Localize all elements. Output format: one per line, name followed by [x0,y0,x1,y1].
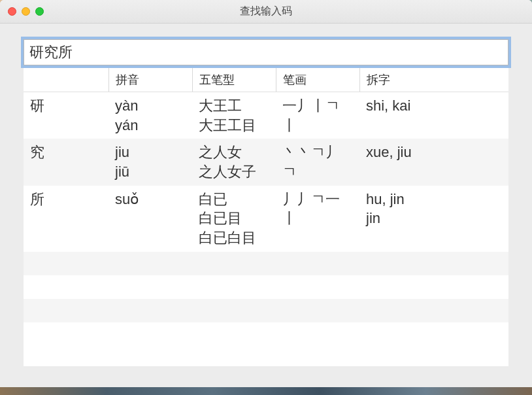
table-row[interactable]: 所 suǒ 白已 白已目 白已白目 丿丿ㄱ一 丨 hu, jin jin [24,186,508,252]
cell-pinyin: suǒ [108,186,192,252]
results-table-wrapper: 拼音 五笔型 笔画 拆字 研 yàn yán 大王工 大王工目 一丿丨ㄱ 丨 s… [24,68,508,366]
header-character[interactable] [24,68,108,92]
search-input[interactable] [24,39,508,65]
cell-wubi: 之人女 之人女子 [192,139,276,185]
cell-chaizi: shi, kai [359,92,508,139]
cell-character: 究 [24,139,108,185]
maximize-icon[interactable] [35,7,44,16]
cell-chaizi: hu, jin jin [359,186,508,252]
header-chaizi[interactable]: 拆字 [359,68,508,92]
minimize-icon[interactable] [22,7,30,16]
content-area: 拼音 五笔型 笔画 拆字 研 yàn yán 大王工 大王工目 一丿丨ㄱ 丨 s… [0,24,532,387]
window: 查找输入码 拼音 五笔型 笔画 拆字 研 yàn yán [0,0,532,387]
header-stroke[interactable]: 笔画 [276,68,359,92]
table-row-empty [24,299,508,322]
cell-stroke: 丿丿ㄱ一 丨 [276,186,359,252]
close-icon[interactable] [8,7,16,16]
table-row-empty [24,275,508,299]
cell-pinyin: jiu jiū [108,139,192,185]
cell-wubi: 大王工 大王工目 [192,92,276,139]
cell-stroke: 一丿丨ㄱ 丨 [276,92,359,139]
table-row[interactable]: 究 jiu jiū 之人女 之人女子 丶丶ㄱ丿 ㄱ xue, jiu [24,139,508,185]
table-row-empty [24,322,508,346]
table-row-empty [24,252,508,275]
window-title: 查找输入码 [8,5,524,18]
header-pinyin[interactable]: 拼音 [108,68,192,92]
desktop-background-strip [0,387,532,395]
cell-character: 所 [24,186,108,252]
table-row[interactable]: 研 yàn yán 大王工 大王工目 一丿丨ㄱ 丨 shi, kai [24,92,508,139]
results-table: 拼音 五笔型 笔画 拆字 研 yàn yán 大王工 大王工目 一丿丨ㄱ 丨 s… [24,68,508,346]
cell-chaizi: xue, jiu [359,139,508,185]
cell-character: 研 [24,92,108,139]
cell-stroke: 丶丶ㄱ丿 ㄱ [276,139,359,185]
title-bar: 查找输入码 [0,0,532,24]
cell-pinyin: yàn yán [108,92,192,139]
header-wubi[interactable]: 五笔型 [192,68,276,92]
cell-wubi: 白已 白已目 白已白目 [192,186,276,252]
traffic-lights [8,7,44,16]
